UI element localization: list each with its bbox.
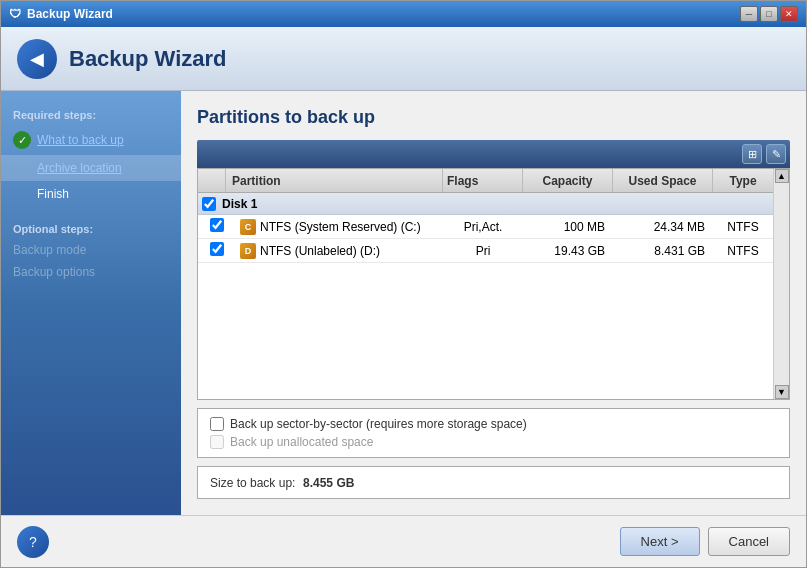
unallocated-checkbox[interactable] [210, 435, 224, 449]
partition-table-main: Partition Flags Capacity Used Space Type [198, 169, 773, 399]
header-type: Type [713, 169, 773, 192]
scroll-down-button[interactable]: ▼ [775, 385, 789, 399]
partition2-name: NTFS (Unlabeled) (D:) [260, 244, 380, 258]
table-header: Partition Flags Capacity Used Space Type [198, 169, 773, 193]
minimize-button[interactable]: ─ [740, 6, 758, 22]
sidebar-what-to-backup-label: What to back up [37, 133, 124, 147]
sidebar-item-archive-location[interactable]: Archive location [1, 155, 181, 181]
sector-by-sector-label: Back up sector-by-sector (requires more … [230, 417, 527, 431]
unallocated-option: Back up unallocated space [210, 435, 777, 449]
partition2-capacity: 19.43 GB [523, 243, 613, 258]
toolbar: ⊞ ✎ [197, 140, 790, 168]
footer-bar: ? Next > Cancel [1, 515, 806, 567]
partition2-usedspace: 8.431 GB [613, 243, 713, 258]
header-partition: Partition [226, 169, 443, 192]
partition1-name: NTFS (System Reserved) (C:) [260, 220, 421, 234]
app-title: Backup Wizard [69, 46, 227, 72]
header-usedspace: Used Space [613, 169, 713, 192]
table-body: Disk 1 C NTFS (System Reserved) (C:) [198, 193, 773, 399]
sidebar-item-backup-mode[interactable]: Backup mode [1, 239, 181, 261]
title-bar-controls: ─ □ ✕ [740, 6, 798, 22]
partition1-checkbox[interactable] [210, 218, 224, 232]
partition2-check-cell [210, 242, 234, 259]
sidebar-archive-location-label: Archive location [37, 161, 122, 175]
header-capacity: Capacity [523, 169, 613, 192]
footer-left: ? [17, 526, 49, 558]
partition-table-wrapper: Partition Flags Capacity Used Space Type [197, 168, 790, 400]
title-bar: 🛡 Backup Wizard ─ □ ✕ [1, 1, 806, 27]
partition1-name-cell: C NTFS (System Reserved) (C:) [234, 219, 443, 235]
partition1-capacity: 100 MB [523, 219, 613, 234]
sidebar: Required steps: ✓ What to back up Archiv… [1, 91, 181, 515]
size-value: 8.455 GB [303, 476, 354, 490]
close-button[interactable]: ✕ [780, 6, 798, 22]
sidebar-item-backup-options[interactable]: Backup options [1, 261, 181, 283]
partition2-icon: D [240, 243, 256, 259]
partition2-type: NTFS [713, 243, 773, 258]
scroll-up-button[interactable]: ▲ [775, 169, 789, 183]
sidebar-backup-mode-label: Backup mode [13, 243, 86, 257]
title-bar-icon: 🛡 [9, 7, 21, 21]
required-steps-label: Required steps: [1, 103, 181, 125]
header-flags: Flags [443, 169, 523, 192]
partition2-checkbox[interactable] [210, 242, 224, 256]
partition1-usedspace: 24.34 MB [613, 219, 713, 234]
main-title: Partitions to back up [197, 107, 790, 128]
sidebar-item-what-to-backup[interactable]: ✓ What to back up [1, 125, 181, 155]
window: 🛡 Backup Wizard ─ □ ✕ ◀ Backup Wizard Re… [0, 0, 807, 568]
main-panel: Partitions to back up ⊞ ✎ Partition [181, 91, 806, 515]
size-section: Size to back up: 8.455 GB [197, 466, 790, 499]
disk1-label: Disk 1 [222, 197, 257, 211]
title-bar-title: Backup Wizard [27, 7, 113, 21]
next-button[interactable]: Next > [620, 527, 700, 556]
table-row: C NTFS (System Reserved) (C:) Pri,Act. 1… [198, 215, 773, 239]
disk-group-disk1: Disk 1 [198, 193, 773, 215]
partition2-flags: Pri [443, 243, 523, 258]
table-row: D NTFS (Unlabeled) (D:) Pri 19.43 GB 8.4… [198, 239, 773, 263]
maximize-button[interactable]: □ [760, 6, 778, 22]
optional-steps-label: Optional steps: [1, 207, 181, 239]
sidebar-item-finish[interactable]: Finish [1, 181, 181, 207]
header-bar: ◀ Backup Wizard [1, 27, 806, 91]
header-check [198, 169, 226, 192]
toolbar-grid-icon[interactable]: ⊞ [742, 144, 762, 164]
options-section: Back up sector-by-sector (requires more … [197, 408, 790, 458]
sector-by-sector-checkbox[interactable] [210, 417, 224, 431]
partition1-type: NTFS [713, 219, 773, 234]
title-bar-left: 🛡 Backup Wizard [9, 7, 113, 21]
partition1-icon: C [240, 219, 256, 235]
sidebar-finish-label: Finish [37, 187, 69, 201]
partition2-name-cell: D NTFS (Unlabeled) (D:) [234, 243, 443, 259]
sidebar-backup-options-label: Backup options [13, 265, 95, 279]
unallocated-label: Back up unallocated space [230, 435, 373, 449]
content-area: Required steps: ✓ What to back up Archiv… [1, 91, 806, 515]
disk1-checkbox[interactable] [202, 197, 216, 211]
scrollbar[interactable]: ▲ ▼ [773, 169, 789, 399]
back-icon: ◀ [30, 48, 44, 70]
header-icon: ◀ [17, 39, 57, 79]
cancel-button[interactable]: Cancel [708, 527, 790, 556]
size-label: Size to back up: [210, 476, 295, 490]
sector-by-sector-option: Back up sector-by-sector (requires more … [210, 417, 777, 431]
checkmark-icon: ✓ [13, 131, 31, 149]
help-icon[interactable]: ? [17, 526, 49, 558]
partition1-check-cell [210, 218, 234, 235]
partition1-flags: Pri,Act. [443, 219, 523, 234]
toolbar-edit-icon[interactable]: ✎ [766, 144, 786, 164]
